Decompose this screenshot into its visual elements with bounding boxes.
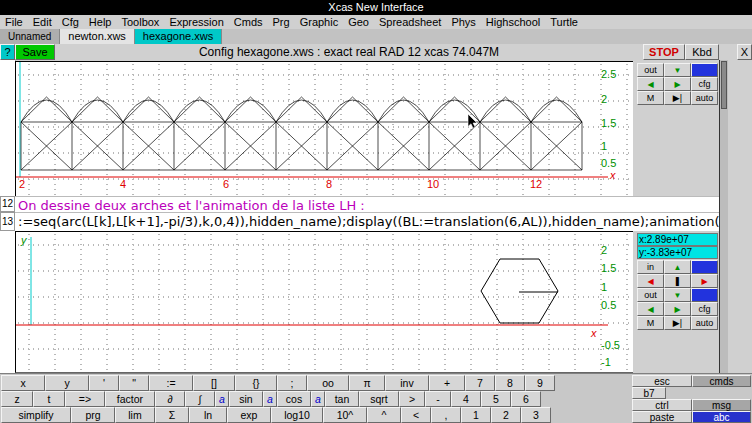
keyboard-key[interactable]: inv xyxy=(385,375,429,391)
save-button[interactable]: Save xyxy=(15,44,55,60)
keyboard-key[interactable]: 4 xyxy=(451,391,481,407)
step-button[interactable]: ▶| xyxy=(664,316,691,330)
menu-button[interactable]: M xyxy=(637,91,664,105)
scroll-up-button[interactable]: ▲ xyxy=(664,260,691,274)
worksheet-tab[interactable]: hexagone.xws xyxy=(135,29,222,44)
scroll-down-button[interactable]: ▼ xyxy=(664,63,691,77)
spacer[interactable] xyxy=(692,387,751,399)
scroll-right-button[interactable]: ▶ xyxy=(664,77,691,91)
anim-back-button[interactable]: ◀ xyxy=(637,274,664,288)
plot-canvas-arches[interactable]: 2.521.510.5 24681012 x xyxy=(15,61,633,197)
keyboard-key[interactable]: a xyxy=(215,391,229,407)
keyboard-key[interactable]: := xyxy=(149,375,193,391)
keyboard-key[interactable]: 6 xyxy=(511,391,541,407)
keyboard-key[interactable]: 1 xyxy=(461,407,491,423)
color-button[interactable] xyxy=(691,288,718,302)
keyboard-key[interactable]: ^ xyxy=(367,407,401,423)
anim-forward-button[interactable]: ▶ xyxy=(691,274,718,288)
zoom-out-button[interactable]: out xyxy=(637,288,664,302)
command-line-input[interactable]: :=seq(arc(L[k],L[k+1],-pi/3),k,0,4)),hid… xyxy=(15,212,719,231)
b7-key[interactable]: b7 xyxy=(632,387,666,399)
keyboard-key[interactable]: 7 xyxy=(465,375,495,391)
keyboard-key[interactable]: z xyxy=(1,391,33,407)
menu-item[interactable]: Geo xyxy=(343,15,374,29)
keyboard-key[interactable]: " xyxy=(119,375,149,391)
menu-button[interactable]: M xyxy=(637,316,664,330)
menu-item[interactable]: Cfg xyxy=(57,15,84,29)
keyboard-key[interactable]: ∂ xyxy=(155,391,185,407)
esc-key[interactable]: esc xyxy=(632,375,692,387)
scroll-left-button[interactable]: ◀ xyxy=(637,302,664,316)
menu-item[interactable]: Phys xyxy=(446,15,480,29)
zoom-out-button[interactable]: out xyxy=(637,63,664,77)
menu-item[interactable]: File xyxy=(0,15,28,29)
ctrl-key[interactable]: ctrl xyxy=(632,399,692,411)
worksheet-tab[interactable]: Unnamed xyxy=(0,29,60,44)
keyboard-key[interactable]: factor xyxy=(105,391,155,407)
color-button[interactable] xyxy=(691,63,718,77)
worksheet-tab[interactable]: newton.xws xyxy=(60,29,134,44)
stop-button[interactable]: STOP xyxy=(643,44,685,60)
keyboard-key[interactable]: t xyxy=(33,391,65,407)
menu-item[interactable]: Graphic xyxy=(295,15,344,29)
msg-key[interactable]: msg xyxy=(692,399,751,411)
keyboard-key[interactable]: π xyxy=(349,375,385,391)
keyboard-key[interactable]: simplify xyxy=(1,407,71,423)
scroll-left-button[interactable]: ◀ xyxy=(637,77,664,91)
keyboard-key[interactable]: 10^ xyxy=(323,407,367,423)
keyboard-key[interactable]: exp xyxy=(227,407,271,423)
keyboard-key[interactable]: lim xyxy=(115,407,155,423)
keyboard-key[interactable]: 5 xyxy=(481,391,511,407)
keyboard-key[interactable]: a xyxy=(311,391,325,407)
abc-key[interactable]: abc xyxy=(692,411,751,423)
pause-button[interactable]: ❚ xyxy=(664,274,691,288)
close-session-button[interactable]: X xyxy=(737,44,752,60)
keyboard-key[interactable]: < xyxy=(401,407,431,423)
keyboard-key[interactable]: [] xyxy=(193,375,235,391)
keyboard-key[interactable]: tan xyxy=(325,391,359,407)
cmds-key[interactable]: cmds xyxy=(692,375,751,387)
keyboard-key[interactable]: prg xyxy=(71,407,115,423)
comment-line[interactable]: On dessine deux arches et l'animation de… xyxy=(15,196,719,212)
paste-key[interactable]: paste xyxy=(632,411,692,423)
keyboard-key[interactable]: oo xyxy=(307,375,349,391)
scroll-right-button[interactable]: ▶ xyxy=(664,302,691,316)
autoscale-button[interactable]: auto xyxy=(691,91,718,105)
keyboard-key[interactable]: sin xyxy=(229,391,263,407)
keyboard-key[interactable]: + xyxy=(429,375,465,391)
step-button[interactable]: ▶| xyxy=(664,91,691,105)
keyboard-key[interactable]: > xyxy=(399,391,425,407)
keyboard-key[interactable]: log10 xyxy=(271,407,323,423)
color-button[interactable] xyxy=(691,260,718,274)
config-button[interactable]: cfg xyxy=(691,77,718,91)
menu-item[interactable]: Cmds xyxy=(229,15,268,29)
line-number-13[interactable]: 13 xyxy=(0,212,15,231)
keyboard-key[interactable]: 3 xyxy=(521,407,551,423)
keyboard-key[interactable]: {} xyxy=(235,375,277,391)
menu-item[interactable]: Help xyxy=(84,15,117,29)
keyboard-key[interactable]: ln xyxy=(189,407,227,423)
keyboard-key[interactable]: ' xyxy=(89,375,119,391)
menu-item[interactable]: Highschool xyxy=(481,15,545,29)
kbd-toggle-button[interactable]: Kbd xyxy=(685,44,719,60)
keyboard-key[interactable]: => xyxy=(65,391,105,407)
keyboard-key[interactable]: y xyxy=(45,375,89,391)
keyboard-key[interactable]: ; xyxy=(277,375,307,391)
keyboard-key[interactable]: ∫ xyxy=(185,391,215,407)
help-button[interactable]: ? xyxy=(0,44,15,60)
keyboard-key[interactable]: 9 xyxy=(525,375,555,391)
plot-canvas-hexagon[interactable]: y 21.510.5 -0.5-1 x xyxy=(15,231,633,373)
line-number-12[interactable]: 12 xyxy=(0,196,15,212)
vertical-scrollbar[interactable] xyxy=(719,60,728,373)
scroll-down-button[interactable]: ▼ xyxy=(664,288,691,302)
keyboard-key[interactable]: 2 xyxy=(491,407,521,423)
scrollbar-thumb[interactable] xyxy=(721,61,727,109)
menu-item[interactable]: Turtle xyxy=(545,15,583,29)
menu-item[interactable]: Expression xyxy=(164,15,228,29)
keyboard-key[interactable]: - xyxy=(425,391,451,407)
menu-item[interactable]: Spreadsheet xyxy=(374,15,446,29)
config-button[interactable]: cfg xyxy=(691,302,718,316)
keyboard-key[interactable]: , xyxy=(431,407,461,423)
menu-item[interactable]: Toolbox xyxy=(116,15,164,29)
keyboard-key[interactable]: cos xyxy=(277,391,311,407)
